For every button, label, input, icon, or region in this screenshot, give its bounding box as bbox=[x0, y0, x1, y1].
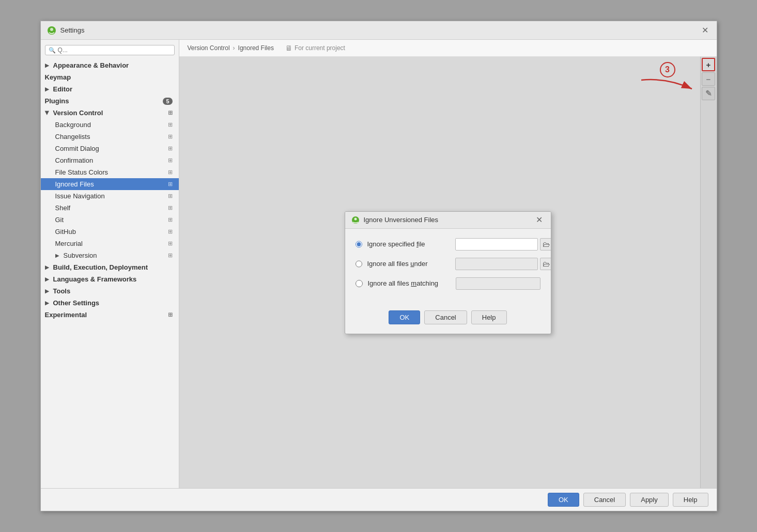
modal-close-button[interactable]: ✕ bbox=[534, 215, 545, 225]
radio-option-2[interactable] bbox=[356, 260, 362, 268]
sidebar-item-confirmation[interactable]: Confirmation ⊞ bbox=[41, 154, 179, 166]
sidebar-item-appearance[interactable]: ▶ Appearance & Behavior bbox=[41, 59, 179, 71]
breadcrumb-part2: Ignored Files bbox=[238, 44, 274, 52]
sidebar-label-ignored-files: Ignored Files bbox=[55, 180, 94, 188]
close-button[interactable]: ✕ bbox=[700, 25, 710, 36]
sidebar-label-changelists: Changelists bbox=[55, 133, 90, 140]
project-icon: 🖥 bbox=[285, 44, 292, 52]
modal-cancel-button[interactable]: Cancel bbox=[424, 310, 467, 324]
sidebar-item-background[interactable]: Background ⊞ bbox=[41, 119, 179, 131]
sidebar-label-build: Build, Execution, Deployment bbox=[53, 263, 148, 271]
shelf-settings-icon: ⊞ bbox=[168, 205, 173, 211]
sidebar-label-issue-navigation: Issue Navigation bbox=[55, 192, 105, 200]
modal-title-bar: Ignore Unversioned Files ✕ bbox=[345, 212, 551, 229]
github-settings-icon: ⊞ bbox=[168, 228, 173, 235]
sidebar-label-git: Git bbox=[55, 216, 64, 224]
file-input-1[interactable] bbox=[455, 238, 538, 251]
sidebar-label-keymap: Keymap bbox=[45, 73, 71, 81]
file-input-3[interactable] bbox=[456, 277, 540, 290]
sidebar-label-background: Background bbox=[55, 121, 91, 129]
sidebar-label-tools: Tools bbox=[53, 287, 71, 295]
arrow-tools: ▶ bbox=[45, 288, 49, 294]
sidebar-item-tools[interactable]: ▶ Tools bbox=[41, 285, 179, 297]
apply-button[interactable]: Apply bbox=[630, 493, 669, 507]
breadcrumb-separator: › bbox=[233, 44, 235, 52]
window-title: Settings bbox=[60, 26, 85, 34]
modal-ok-button[interactable]: OK bbox=[389, 310, 420, 324]
main-content: 🔍 ▶ Appearance & Behavior Keymap ▶ Edito… bbox=[41, 40, 717, 488]
git-settings-icon: ⊞ bbox=[168, 216, 173, 223]
mercurial-settings-icon: ⊞ bbox=[168, 240, 173, 247]
sidebar-label-editor: Editor bbox=[53, 85, 73, 93]
sidebar-item-subversion[interactable]: ▶ Subversion ⊞ bbox=[41, 249, 179, 261]
sidebar-label-file-status: File Status Colors bbox=[55, 168, 109, 176]
folder-btn-2[interactable]: 🗁 bbox=[540, 258, 551, 270]
sidebar-item-ignored-files[interactable]: Ignored Files ⊞ bbox=[41, 178, 179, 190]
help-button[interactable]: Help bbox=[673, 493, 708, 507]
title-bar-left: Settings bbox=[47, 26, 85, 35]
sidebar-item-keymap[interactable]: Keymap bbox=[41, 71, 179, 83]
svn-settings-icon: ⊞ bbox=[168, 252, 173, 259]
sidebar-item-other-settings[interactable]: ▶ Other Settings bbox=[41, 297, 179, 309]
project-label: For current project bbox=[295, 44, 345, 52]
sidebar-item-mercurial[interactable]: Mercurial ⊞ bbox=[41, 238, 179, 249]
sidebar-label-mercurial: Mercurial bbox=[55, 240, 83, 247]
right-panel: Version Control › Ignored Files 🖥 For cu… bbox=[179, 40, 717, 488]
modal-help-button[interactable]: Help bbox=[471, 310, 507, 324]
cancel-button[interactable]: Cancel bbox=[583, 493, 626, 507]
sidebar-label-github: GitHub bbox=[55, 228, 76, 236]
arrow-subversion: ▶ bbox=[55, 253, 59, 258]
file-input-2[interactable] bbox=[455, 258, 538, 270]
sidebar-item-changelists[interactable]: Changelists ⊞ bbox=[41, 131, 179, 143]
sidebar-label-appearance: Appearance & Behavior bbox=[53, 61, 129, 69]
arrow-languages: ▶ bbox=[45, 276, 49, 282]
arrow-other: ▶ bbox=[45, 300, 49, 306]
sidebar-item-issue-navigation[interactable]: Issue Navigation ⊞ bbox=[41, 190, 179, 202]
svg-point-4 bbox=[354, 217, 357, 220]
modal-body: Ignore specified file 🗁 Ignore all files… bbox=[345, 229, 551, 306]
sidebar-item-build[interactable]: ▶ Build, Execution, Deployment bbox=[41, 261, 179, 273]
arrow-appearance: ▶ bbox=[45, 62, 49, 68]
radio-option-3[interactable] bbox=[356, 280, 363, 287]
radio-label-3: Ignore all files matching bbox=[368, 279, 451, 287]
search-input[interactable] bbox=[58, 46, 171, 54]
file-status-settings-icon: ⊞ bbox=[168, 169, 173, 176]
modal-icon bbox=[351, 216, 360, 224]
sidebar-label-subversion: Subversion bbox=[64, 252, 97, 259]
title-bar: Settings ✕ bbox=[41, 21, 717, 40]
sidebar-label-experimental: Experimental bbox=[45, 311, 87, 319]
sidebar-label-confirmation: Confirmation bbox=[55, 157, 94, 164]
search-box[interactable]: 🔍 bbox=[45, 45, 175, 55]
sidebar-label-shelf: Shelf bbox=[55, 204, 71, 212]
breadcrumb: Version Control › Ignored Files 🖥 For cu… bbox=[179, 40, 717, 57]
sidebar-item-version-control[interactable]: ▶ Version Control ⊞ bbox=[41, 107, 179, 119]
commit-settings-icon: ⊞ bbox=[168, 145, 173, 152]
sidebar-item-commit-dialog[interactable]: Commit Dialog ⊞ bbox=[41, 143, 179, 154]
modal-title: Ignore Unversioned Files bbox=[364, 216, 439, 224]
sidebar-item-languages[interactable]: ▶ Languages & Frameworks bbox=[41, 273, 179, 285]
radio-label-2: Ignore all files under bbox=[367, 260, 450, 268]
radio-option-1[interactable] bbox=[356, 241, 362, 248]
sidebar-label-languages: Languages & Frameworks bbox=[53, 275, 137, 283]
issue-settings-icon: ⊞ bbox=[168, 193, 173, 199]
sidebar-item-experimental[interactable]: Experimental ⊞ bbox=[41, 309, 179, 321]
folder-btn-1[interactable]: 🗁 bbox=[540, 238, 551, 251]
svg-point-1 bbox=[50, 28, 53, 31]
arrow-version-control: ▶ bbox=[44, 111, 50, 115]
settings-window: Settings ✕ 🔍 ▶ Appearance & Behavior Key… bbox=[40, 21, 717, 511]
ignored-settings-icon: ⊞ bbox=[168, 181, 173, 187]
sidebar-item-editor[interactable]: ▶ Editor bbox=[41, 83, 179, 95]
modal-overlay: Ignore Unversioned Files ✕ Ignore specif… bbox=[179, 57, 717, 488]
sidebar-item-github[interactable]: GitHub ⊞ bbox=[41, 226, 179, 238]
for-current-project: 🖥 For current project bbox=[285, 44, 345, 52]
sidebar-item-plugins[interactable]: Plugins 5 bbox=[41, 95, 179, 107]
sidebar-item-shelf[interactable]: Shelf ⊞ bbox=[41, 202, 179, 214]
sidebar-item-git[interactable]: Git ⊞ bbox=[41, 214, 179, 226]
radio-row-3: Ignore all files matching bbox=[356, 277, 540, 290]
app-icon bbox=[47, 26, 56, 35]
modal-buttons: OK Cancel Help bbox=[345, 306, 551, 334]
sidebar-item-file-status[interactable]: File Status Colors ⊞ bbox=[41, 166, 179, 178]
ok-button[interactable]: OK bbox=[548, 493, 579, 507]
radio-label-1: Ignore specified file bbox=[367, 240, 450, 248]
bottom-bar: OK Cancel Apply Help bbox=[41, 488, 717, 511]
